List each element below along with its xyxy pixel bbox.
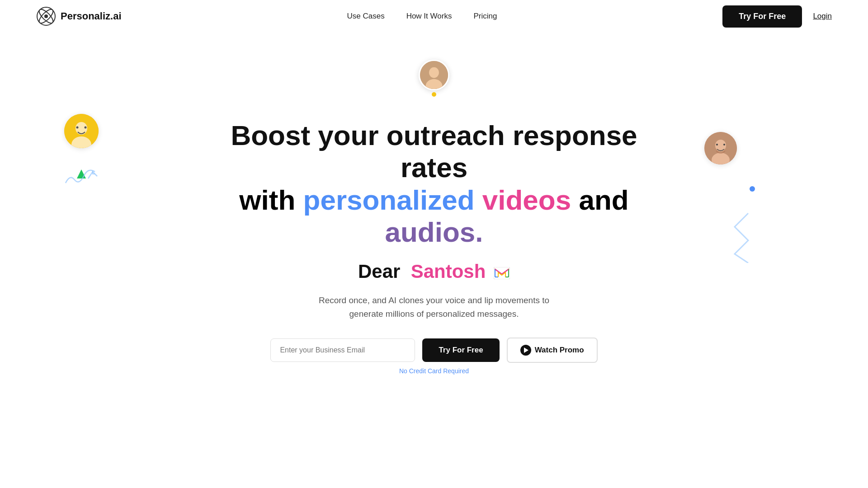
no-credit-label: No Credit Card Required [399, 367, 469, 375]
svg-point-11 [85, 127, 87, 129]
zigzag-svg [728, 209, 755, 263]
dear-label: Dear [358, 261, 400, 282]
try-free-hero-button[interactable]: Try For Free [422, 338, 499, 362]
svg-point-5 [429, 67, 439, 78]
navbar: Personaliz.ai Use Cases How It Works Pri… [0, 0, 868, 33]
svg-point-10 [76, 127, 79, 129]
play-triangle-icon [524, 347, 528, 353]
avatar-left-svg [64, 114, 99, 148]
logo-icon [36, 6, 56, 26]
hero-section: Boost your outreach response rates with … [0, 33, 868, 375]
logo-container[interactable]: Personaliz.ai [36, 6, 122, 26]
heading-with: with [239, 184, 303, 216]
zigzag-decoration [728, 209, 755, 265]
avatar-right-svg [704, 132, 737, 164]
chart-svg [63, 154, 99, 190]
email-input[interactable] [270, 338, 415, 362]
avatar-top-image [420, 61, 448, 89]
avatar-left [64, 114, 99, 148]
svg-point-17 [723, 144, 725, 145]
login-button[interactable]: Login [813, 12, 832, 21]
avatar-top [419, 60, 449, 90]
hero-subtext-line1: Record once, and AI clones your voice an… [319, 296, 549, 305]
watch-promo-button[interactable]: Watch Promo [507, 338, 598, 363]
heading-personalized: personalized [303, 184, 475, 216]
nav-right: Try For Free Login [722, 5, 832, 28]
nav-link-use-cases[interactable]: Use Cases [347, 12, 384, 21]
play-circle-icon [520, 345, 531, 356]
heading-audios: audios. [385, 216, 483, 248]
avatar-left-container [63, 114, 99, 192]
chart-decoration [63, 154, 99, 192]
hero-subtext: Record once, and AI clones your voice an… [319, 294, 549, 321]
dear-line: Dear Santosh [358, 261, 510, 284]
nav-links: Use Cases How It Works Pricing [347, 12, 497, 21]
dear-name: Santosh [411, 261, 486, 282]
avatar-right-container [704, 132, 737, 164]
heading-videos: videos [482, 184, 571, 216]
svg-point-3 [44, 14, 48, 18]
avatar-right [704, 132, 737, 164]
hero-heading-line1: Boost your outreach response rates [231, 119, 637, 184]
try-free-nav-button[interactable]: Try For Free [722, 5, 802, 28]
cta-row: Try For Free Watch Promo [270, 338, 597, 363]
nav-link-pricing[interactable]: Pricing [473, 12, 497, 21]
hero-heading-line2: with personalized videos and audios. [231, 184, 637, 249]
dot-blue [750, 186, 755, 192]
svg-point-16 [716, 144, 718, 145]
avatar-top-svg [420, 60, 448, 90]
dot-yellow [432, 92, 436, 97]
gmail-icon [494, 262, 510, 284]
brand-name: Personaliz.ai [61, 10, 122, 22]
hero-subtext-line2: generate millions of personalized messag… [349, 309, 519, 319]
nav-link-how-it-works[interactable]: How It Works [406, 12, 452, 21]
svg-point-14 [715, 140, 726, 151]
heading-and: and [579, 184, 628, 216]
watch-promo-label: Watch Promo [535, 346, 584, 355]
